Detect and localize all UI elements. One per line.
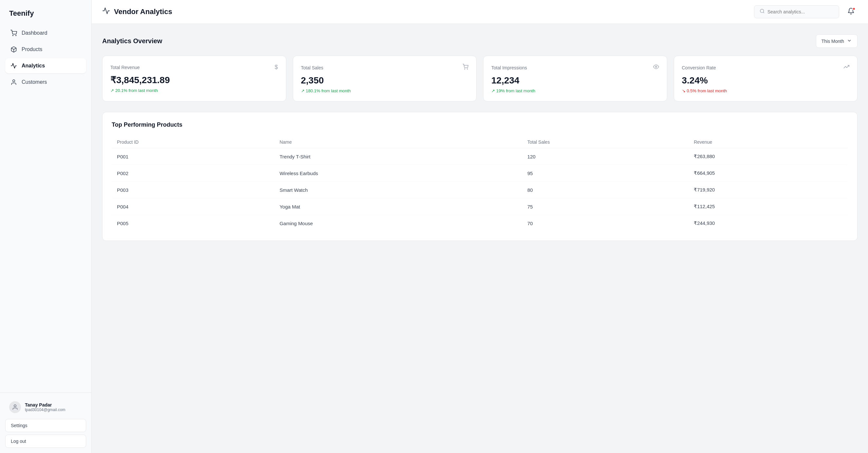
cell-product-id: P001	[112, 148, 274, 165]
cell-revenue: ₹719,920	[688, 182, 848, 198]
stat-cards: Total Revenue $ ₹3,845,231.89 ↗ 20.1% fr…	[102, 56, 858, 101]
svg-point-0	[13, 35, 13, 36]
cell-product-id: P004	[112, 198, 274, 215]
cell-total-sales: 70	[522, 215, 688, 232]
stat-card-impressions: Total Impressions 12,234 ↗ 19% from last…	[483, 56, 667, 101]
cell-total-sales: 95	[522, 165, 688, 182]
cell-product-name: Yoga Mat	[274, 198, 522, 215]
cell-revenue: ₹263,880	[688, 148, 848, 165]
notification-dot	[852, 7, 856, 10]
revenue-value: ₹3,845,231.89	[111, 75, 278, 86]
impressions-change: ↗ 19% from last month	[491, 88, 659, 93]
dollar-icon: $	[275, 64, 278, 71]
sidebar-item-dashboard[interactable]: Dashboard	[5, 26, 86, 41]
table-row: P001 Trendy T-Shirt 120 ₹263,880	[112, 148, 848, 165]
notification-button[interactable]	[844, 5, 858, 18]
avatar	[9, 401, 21, 413]
svg-point-4	[14, 405, 17, 407]
arrow-up-icon: ↗	[301, 88, 305, 93]
top-products-section: Top Performing Products Product ID Name …	[102, 112, 858, 241]
time-filter-label: This Month	[822, 39, 844, 44]
table-row: P003 Smart Watch 80 ₹719,920	[112, 182, 848, 198]
search-box[interactable]	[754, 5, 839, 18]
svg-point-5	[760, 9, 764, 13]
products-table: Product ID Name Total Sales Revenue P001…	[112, 136, 848, 231]
col-revenue: Revenue	[688, 136, 848, 148]
cell-revenue: ₹112,425	[688, 198, 848, 215]
chart-icon	[10, 63, 17, 69]
chevron-down-icon	[847, 38, 852, 44]
analytics-section-title: Analytics Overview	[102, 37, 162, 45]
time-filter-dropdown[interactable]: This Month	[816, 34, 858, 48]
main-content: Vendor Analytics	[92, 0, 868, 453]
col-total-sales: Total Sales	[522, 136, 688, 148]
table-body: P001 Trendy T-Shirt 120 ₹263,880 P002 Wi…	[112, 148, 848, 232]
box-icon	[10, 46, 17, 53]
chart-line-icon	[102, 7, 110, 17]
settings-button[interactable]: Settings	[5, 419, 86, 432]
analytics-overview-header: Analytics Overview This Month	[102, 34, 858, 48]
cell-product-id: P003	[112, 182, 274, 198]
svg-point-9	[655, 66, 657, 68]
sidebar-footer: Tanay Padar tpad30104@gmail.com Settings…	[0, 392, 91, 453]
user-name: Tanay Padar	[25, 402, 65, 408]
svg-line-6	[763, 12, 764, 13]
cell-product-name: Trendy T-Shirt	[274, 148, 522, 165]
trending-up-icon	[843, 64, 849, 71]
impressions-label: Total Impressions	[491, 65, 527, 70]
arrow-down-icon: ↘	[682, 88, 686, 93]
content-area: Analytics Overview This Month Total Reve…	[92, 24, 868, 453]
svg-point-8	[467, 69, 468, 69]
shopping-cart-icon	[463, 64, 468, 71]
sidebar-item-analytics[interactable]: Analytics	[5, 58, 86, 73]
sidebar-nav: Dashboard Products Analytics	[0, 26, 91, 392]
cell-total-sales: 120	[522, 148, 688, 165]
logout-button[interactable]: Log out	[5, 435, 86, 448]
table-row: P002 Wireless Earbuds 95 ₹664,905	[112, 165, 848, 182]
cell-product-name: Gaming Mouse	[274, 215, 522, 232]
app-logo: Teenify	[0, 0, 91, 26]
user-icon	[10, 79, 17, 86]
cell-product-name: Smart Watch	[274, 182, 522, 198]
conversion-change: ↘ 0.5% from last month	[682, 88, 850, 93]
table-header: Product ID Name Total Sales Revenue	[112, 136, 848, 148]
cart-icon	[10, 30, 17, 36]
stat-card-sales: Total Sales 2,350 ↗ 180.1% from last mon…	[293, 56, 477, 101]
page-title: Vendor Analytics	[102, 7, 172, 17]
col-product-id: Product ID	[112, 136, 274, 148]
search-icon	[760, 8, 765, 15]
impressions-value: 12,234	[491, 75, 659, 86]
eye-icon	[653, 64, 659, 71]
revenue-label: Total Revenue	[111, 65, 140, 70]
cell-total-sales: 80	[522, 182, 688, 198]
sidebar-item-products[interactable]: Products	[5, 42, 86, 57]
header: Vendor Analytics	[92, 0, 868, 24]
sidebar: Teenify Dashboard Products	[0, 0, 92, 453]
table-row: P005 Gaming Mouse 70 ₹244,930	[112, 215, 848, 232]
user-info: Tanay Padar tpad30104@gmail.com	[5, 398, 86, 416]
col-name: Name	[274, 136, 522, 148]
svg-point-7	[464, 69, 465, 69]
sidebar-item-customers-label: Customers	[22, 79, 47, 85]
user-details: Tanay Padar tpad30104@gmail.com	[25, 402, 65, 412]
stat-card-revenue: Total Revenue $ ₹3,845,231.89 ↗ 20.1% fr…	[102, 56, 286, 101]
user-email: tpad30104@gmail.com	[25, 408, 65, 412]
sales-change: ↗ 180.1% from last month	[301, 88, 469, 93]
arrow-up-icon: ↗	[111, 88, 114, 93]
header-actions	[754, 5, 858, 18]
stat-card-conversion: Conversion Rate 3.24% ↘ 0.5% from last m…	[674, 56, 858, 101]
table-title: Top Performing Products	[112, 122, 848, 128]
sidebar-item-dashboard-label: Dashboard	[22, 30, 47, 36]
sidebar-item-customers[interactable]: Customers	[5, 75, 86, 90]
cell-total-sales: 75	[522, 198, 688, 215]
conversion-value: 3.24%	[682, 75, 850, 86]
revenue-change: ↗ 20.1% from last month	[111, 88, 278, 93]
arrow-up-icon: ↗	[491, 88, 495, 93]
sidebar-item-products-label: Products	[22, 46, 42, 52]
svg-point-1	[16, 35, 17, 36]
svg-point-3	[13, 80, 15, 82]
conversion-label: Conversion Rate	[682, 65, 716, 70]
cell-revenue: ₹664,905	[688, 165, 848, 182]
sales-value: 2,350	[301, 75, 469, 86]
search-input[interactable]	[768, 9, 834, 14]
